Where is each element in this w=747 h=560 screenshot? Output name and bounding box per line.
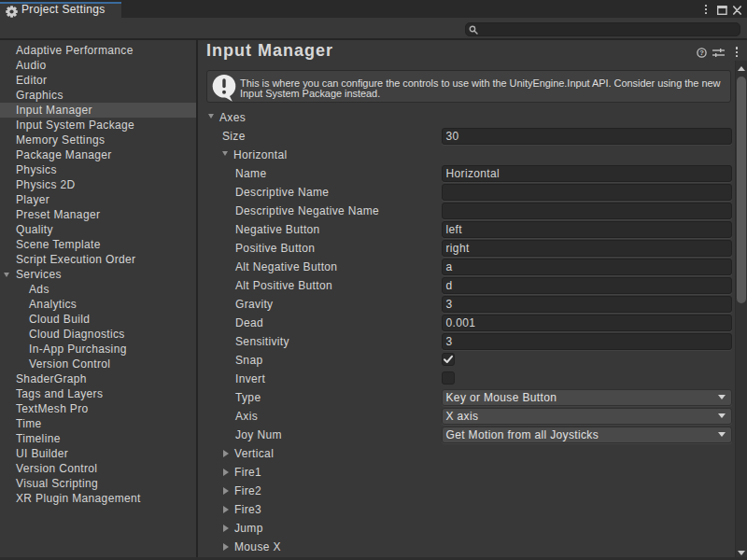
svg-text:?: ? <box>699 49 704 57</box>
